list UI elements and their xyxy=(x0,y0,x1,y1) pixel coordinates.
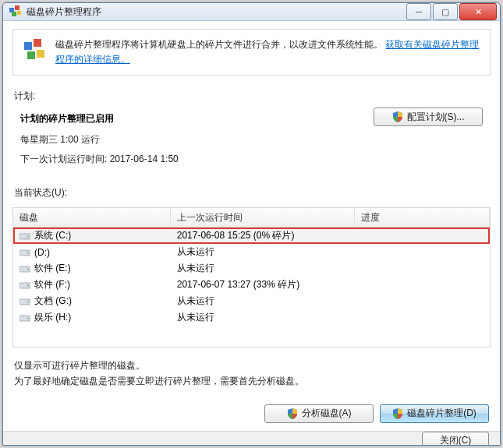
disk-name: 娱乐 (H:) xyxy=(34,311,71,324)
shield-icon xyxy=(392,408,403,419)
hint-line2: 为了最好地确定磁盘是否需要立即进行碎片整理，需要首先分析磁盘。 xyxy=(14,374,489,389)
svg-rect-5 xyxy=(34,39,41,47)
schedule-next-run: 下一次计划运行时间: 2017-06-14 1:50 xyxy=(20,153,374,166)
disk-last-run: 2017-06-08 15:25 (0% 碎片) xyxy=(171,229,356,242)
disk-name: 系统 (C:) xyxy=(34,229,71,242)
info-description: 磁盘碎片整理程序将计算机硬盘上的碎片文件进行合并，以改进文件系统性能。 xyxy=(55,39,383,50)
svg-rect-7 xyxy=(37,50,44,58)
disk-name: 软件 (E:) xyxy=(34,262,71,275)
close-dialog-button[interactable]: 关闭(C) xyxy=(422,432,489,446)
info-panel: 磁盘碎片整理程序将计算机硬盘上的碎片文件进行合并，以改进文件系统性能。 获取有关… xyxy=(12,29,491,76)
svg-point-13 xyxy=(27,268,29,270)
window-title: 磁盘碎片整理程序 xyxy=(27,5,405,19)
svg-rect-6 xyxy=(27,51,35,59)
shield-icon xyxy=(287,408,298,419)
minimize-button[interactable]: ─ xyxy=(406,3,431,20)
column-last-run[interactable]: 上一次运行时间 xyxy=(171,208,356,227)
drive-icon xyxy=(19,280,30,290)
hint-line1: 仅显示可进行碎片整理的磁盘。 xyxy=(14,358,489,373)
drive-icon xyxy=(19,297,30,306)
svg-point-11 xyxy=(27,252,29,253)
table-row[interactable]: 系统 (C:)2017-06-08 15:25 (0% 碎片) xyxy=(13,228,490,244)
disk-last-run: 从未运行 xyxy=(171,262,356,275)
maximize-button[interactable]: ▢ xyxy=(433,3,458,20)
close-button[interactable]: ✕ xyxy=(459,3,497,20)
configure-schedule-button[interactable]: 配置计划(S)... xyxy=(374,108,483,126)
defrag-disk-button[interactable]: 磁盘碎片整理(D) xyxy=(380,404,489,423)
drive-icon xyxy=(19,231,30,241)
table-row[interactable]: 软件 (E:)从未运行 xyxy=(13,260,490,277)
svg-rect-4 xyxy=(24,42,32,50)
svg-rect-3 xyxy=(17,11,21,15)
bottom-bar: 关闭(C) xyxy=(3,431,500,446)
disk-last-run: 2017-06-07 13:27 (33% 碎片) xyxy=(171,278,356,291)
svg-point-19 xyxy=(27,317,29,319)
configure-schedule-label: 配置计划(S)... xyxy=(407,111,465,124)
table-row[interactable]: 软件 (F:)2017-06-07 13:27 (33% 碎片) xyxy=(13,277,490,293)
defrag-app-icon xyxy=(9,5,22,18)
schedule-frequency: 每星期三 1:00 运行 xyxy=(20,133,374,146)
content-area: 磁盘碎片整理程序将计算机硬盘上的碎片文件进行合并，以改进文件系统性能。 获取有关… xyxy=(3,21,500,431)
disk-last-run: 从未运行 xyxy=(171,245,356,259)
analyze-disk-label: 分析磁盘(A) xyxy=(302,407,352,420)
defrag-window: 磁盘碎片整理程序 ─ ▢ ✕ 磁盘碎片整理程序将计算机硬盘上的碎片文件进行合并，… xyxy=(2,2,501,446)
table-header: 磁盘 上一次运行时间 进度 xyxy=(13,208,490,228)
drive-icon xyxy=(19,264,30,273)
shield-icon xyxy=(392,111,403,122)
drive-icon xyxy=(19,313,30,323)
schedule-section-label: 计划: xyxy=(14,90,491,103)
disk-name: (D:) xyxy=(34,247,50,258)
defrag-disk-label: 磁盘碎片整理(D) xyxy=(407,407,476,420)
svg-point-15 xyxy=(27,284,29,286)
schedule-heading: 计划的碎片整理已启用 xyxy=(20,112,374,125)
svg-point-17 xyxy=(27,301,29,302)
disk-name: 文档 (G:) xyxy=(34,295,72,308)
column-disk[interactable]: 磁盘 xyxy=(13,208,171,227)
disk-last-run: 从未运行 xyxy=(171,295,356,308)
svg-rect-1 xyxy=(15,5,19,10)
column-progress[interactable]: 进度 xyxy=(355,208,490,227)
table-body: 系统 (C:)2017-06-08 15:25 (0% 碎片)(D:)从未运行软… xyxy=(13,228,490,326)
disk-name: 软件 (F:) xyxy=(34,278,70,291)
hint-text: 仅显示可进行碎片整理的磁盘。 为了最好地确定磁盘是否需要立即进行碎片整理，需要首… xyxy=(14,358,489,388)
svg-point-9 xyxy=(27,235,29,237)
disk-last-run: 从未运行 xyxy=(171,311,356,324)
titlebar: 磁盘碎片整理程序 ─ ▢ ✕ xyxy=(3,3,500,21)
status-section-label: 当前状态(U): xyxy=(14,186,491,199)
info-text: 磁盘碎片整理程序将计算机硬盘上的碎片文件进行合并，以改进文件系统性能。 获取有关… xyxy=(55,37,480,67)
analyze-disk-button[interactable]: 分析磁盘(A) xyxy=(264,404,374,423)
table-row[interactable]: 文档 (G:)从未运行 xyxy=(13,293,490,309)
disk-table: 磁盘 上一次运行时间 进度 系统 (C:)2017-06-08 15:25 (0… xyxy=(12,207,491,347)
defrag-large-icon xyxy=(23,37,48,62)
table-row[interactable]: (D:)从未运行 xyxy=(13,244,490,260)
svg-rect-2 xyxy=(12,12,16,16)
table-row[interactable]: 娱乐 (H:)从未运行 xyxy=(13,309,490,326)
drive-icon xyxy=(19,248,30,257)
schedule-info: 计划的碎片整理已启用 每星期三 1:00 运行 下一次计划运行时间: 2017-… xyxy=(20,108,374,172)
